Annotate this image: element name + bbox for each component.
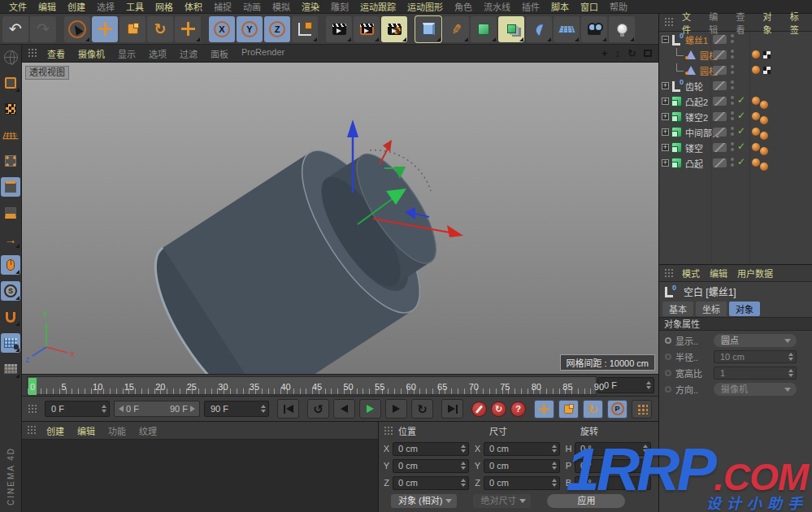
enabled-check-icon[interactable]: ✓ (737, 110, 745, 121)
panel-grip-icon[interactable] (28, 404, 38, 414)
viewport-menu-item[interactable]: 查看 (41, 47, 72, 60)
undo-button[interactable]: ↶ (2, 16, 28, 42)
size-x-field[interactable]: 0 cm (484, 442, 560, 456)
visibility-dots-icon[interactable] (731, 50, 734, 59)
layer-toggle-icon[interactable] (713, 97, 727, 106)
live-selection-button[interactable] (64, 16, 90, 42)
object-row[interactable]: + 镂空 ✓ (659, 140, 812, 155)
object-row[interactable]: − 0 螺丝1 (659, 32, 812, 47)
enabled-check-icon[interactable]: ✓ (737, 156, 745, 167)
lock-workplane-button[interactable] (1, 333, 20, 353)
boole-object-icon[interactable] (671, 158, 682, 168)
menu-item[interactable]: 角色 (449, 0, 478, 13)
expand-icon[interactable]: + (662, 98, 669, 105)
enabled-check-icon[interactable]: ✓ (737, 94, 745, 106)
keyframe-circle-icon[interactable] (665, 337, 671, 344)
stepper-arrows-icon[interactable] (102, 405, 106, 413)
visibility-dots-icon[interactable] (731, 142, 734, 151)
key-pla-toggle[interactable] (632, 400, 652, 419)
visibility-dots-icon[interactable] (731, 65, 734, 74)
attributes-menu-item[interactable]: 用户数据 (732, 267, 778, 280)
expand-icon[interactable]: + (662, 113, 669, 120)
visibility-dots-icon[interactable] (731, 111, 734, 120)
menu-item[interactable]: 选择 (91, 0, 120, 13)
phong-tag-icon[interactable] (752, 66, 760, 74)
primitive-cube-button[interactable] (415, 16, 441, 42)
pos-x-field[interactable]: 0 cm (393, 442, 469, 456)
enabled-check-icon[interactable]: ✓ (737, 141, 745, 152)
stepper-arrows-icon[interactable] (646, 381, 651, 389)
menu-item[interactable]: 网格 (150, 0, 179, 13)
menu-item[interactable]: 捕捉 (208, 0, 237, 13)
phong-tag-icon[interactable] (752, 112, 760, 120)
keyframe-circle-icon[interactable] (665, 370, 671, 376)
move-tool-button[interactable] (92, 16, 118, 42)
layer-toggle-icon[interactable] (713, 35, 727, 44)
scale-tool-button[interactable] (119, 16, 145, 42)
material-menu-item[interactable]: 功能 (102, 424, 132, 437)
null-object-icon[interactable]: 0 (671, 34, 682, 46)
viewport-menu-item[interactable]: 面板 (204, 47, 235, 60)
spline-pen-button[interactable]: ✎ (443, 16, 469, 42)
viewport-menu-item[interactable]: 过滤 (173, 47, 204, 60)
rotate-view-icon[interactable]: ↻ (627, 48, 636, 59)
menu-item[interactable]: 运动图形 (402, 0, 449, 13)
key-rotation-toggle[interactable]: ↻ (583, 400, 603, 419)
boole-object-icon[interactable] (671, 111, 682, 122)
pan-view-icon[interactable]: + (601, 48, 608, 59)
display-dropdown[interactable]: 圆点 (714, 334, 797, 347)
orientation-dropdown[interactable]: 摄像机 (714, 383, 797, 396)
panel-grip-icon[interactable] (28, 48, 38, 59)
texture-tag-icon[interactable] (762, 66, 771, 75)
menu-item[interactable]: 插件 (516, 0, 545, 13)
phong-tag-icon[interactable] (752, 158, 760, 167)
menu-item[interactable]: 脚本 (545, 0, 575, 13)
panel-grip-icon[interactable] (384, 426, 394, 436)
align-workplane-button[interactable] (1, 359, 20, 379)
menu-item[interactable]: 体积 (179, 0, 208, 13)
rotate-tool-button[interactable]: ↻ (147, 16, 173, 42)
pos-y-field[interactable]: 0 cm (393, 459, 469, 473)
visibility-dots-icon[interactable] (731, 80, 734, 89)
menu-item[interactable]: 雕刻 (325, 0, 354, 13)
object-row[interactable]: + 凸起 ✓ (659, 155, 812, 171)
coordinate-mode-dropdown[interactable]: 对象 (相对) (391, 494, 457, 508)
timeline-ruler[interactable]: 051015202530354045505560657075808590 (27, 376, 597, 395)
object-row[interactable]: + 中间部分 ✓ (659, 124, 812, 140)
expand-icon[interactable]: + (662, 128, 669, 136)
object-label[interactable]: 凸起 (685, 157, 703, 170)
preview-range-slider[interactable]: 0 F 90 F (114, 401, 200, 417)
null-object-icon[interactable]: 0 (671, 80, 682, 92)
phong-tag-icon[interactable] (752, 143, 760, 151)
boole-object-icon[interactable] (671, 96, 682, 106)
collapse-icon[interactable]: − (662, 36, 669, 43)
layer-toggle-icon[interactable] (713, 158, 727, 167)
menu-item[interactable]: 帮助 (604, 0, 633, 13)
expand-icon[interactable]: + (662, 144, 669, 151)
viewport-menu-item[interactable]: ProRender (235, 47, 291, 60)
menu-item[interactable]: 动画 (237, 0, 267, 13)
enabled-check-icon[interactable]: ✓ (737, 125, 745, 137)
workplane-mode-button[interactable] (1, 125, 20, 145)
size-mode-dropdown[interactable]: 绝对尺寸 (473, 494, 531, 508)
viewport-menu-item[interactable]: 摄像机 (72, 47, 111, 60)
menu-item[interactable]: 模拟 (267, 0, 296, 13)
tab-object[interactable]: 对象 (729, 302, 760, 316)
pos-z-field[interactable]: 0 cm (393, 476, 469, 490)
menu-item[interactable]: 渲染 (296, 0, 325, 13)
layer-toggle-icon[interactable] (713, 128, 727, 137)
visibility-dots-icon[interactable] (731, 158, 734, 167)
redo-button[interactable]: ↷ (30, 16, 56, 42)
size-y-field[interactable]: 0 cm (484, 459, 560, 473)
play-backwards-button[interactable]: ↺ (307, 399, 329, 419)
axis-modify-button[interactable]: → (1, 229, 20, 249)
phong-tag-icon[interactable] (760, 132, 768, 140)
editable-mesh-icon[interactable] (686, 66, 696, 75)
object-row[interactable]: + 凸起2 ✓ (659, 93, 812, 109)
boole-object-icon[interactable] (671, 142, 682, 153)
zoom-view-icon[interactable]: ↕ (615, 48, 621, 59)
maximize-view-icon[interactable] (644, 50, 652, 57)
object-label[interactable]: 螺丝1 (685, 33, 708, 46)
layer-toggle-icon[interactable] (713, 81, 727, 90)
size-z-field[interactable]: 0 cm (484, 476, 560, 490)
